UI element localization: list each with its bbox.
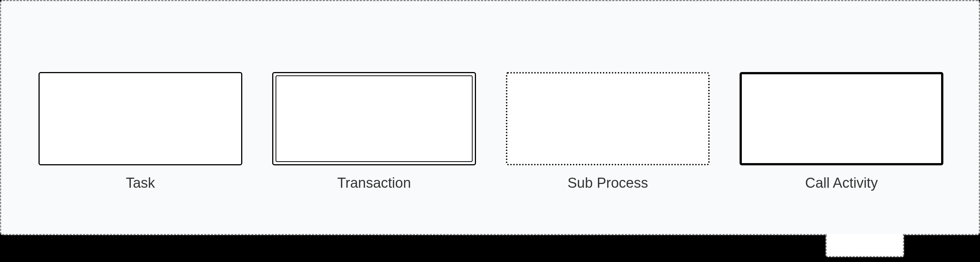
- transaction-shape: [272, 72, 476, 165]
- task-label: Task: [126, 175, 155, 191]
- shape-group-subprocess: Sub Process: [506, 72, 710, 191]
- subprocess-label: Sub Process: [568, 175, 648, 191]
- subprocess-shape: [506, 72, 710, 165]
- shape-group-transaction: Transaction: [272, 72, 476, 191]
- container-tab-notch: [826, 234, 904, 257]
- shape-group-callactivity: Call Activity: [740, 72, 943, 191]
- transaction-label: Transaction: [337, 175, 411, 191]
- task-shape: [38, 72, 242, 165]
- shape-group-task: Task: [38, 72, 242, 191]
- callactivity-label: Call Activity: [805, 175, 878, 191]
- callactivity-shape: [740, 72, 943, 165]
- shapes-row: Task Transaction Sub Process Call Activi…: [1, 1, 979, 191]
- diagram-container: Task Transaction Sub Process Call Activi…: [0, 0, 980, 235]
